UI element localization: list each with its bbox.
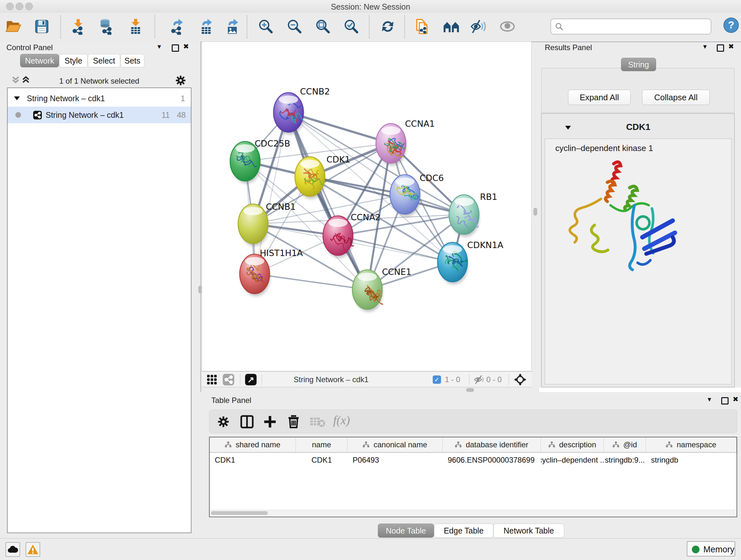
network-node-CDK1[interactable] <box>295 157 325 196</box>
tab-select[interactable]: Select <box>88 54 120 67</box>
network-edge-CCNB2-CCNE1[interactable] <box>288 112 367 290</box>
table-cell[interactable]: CDK1 <box>296 453 347 467</box>
column-header-canonical-name[interactable]: canonical name <box>347 437 443 453</box>
network-name-status: String Network – cdk1 <box>293 375 368 384</box>
table-panel-close-icon[interactable]: ✖ <box>732 396 739 403</box>
expand-triangle-icon[interactable] <box>14 97 20 100</box>
title-bar: Session: New Session <box>0 0 741 13</box>
delete-table-icon[interactable] <box>310 416 326 428</box>
results-panel-menu-icon[interactable]: ▾ <box>701 43 709 50</box>
hide-selected-icon[interactable] <box>469 17 487 36</box>
table-horizontal-scrollbar[interactable] <box>210 510 736 516</box>
cloud-services-button[interactable] <box>5 542 20 557</box>
help-button[interactable]: ? <box>723 17 739 33</box>
selected-checkbox-icon[interactable]: ✓ <box>433 375 441 384</box>
new-network-from-selection-icon[interactable] <box>413 17 431 36</box>
network-node-CCNE1[interactable] <box>352 270 383 309</box>
network-node-CCNA1[interactable] <box>376 124 406 163</box>
tab-network[interactable]: Network <box>20 54 59 67</box>
add-column-icon[interactable] <box>263 415 277 429</box>
tab-network-table[interactable]: Network Table <box>493 523 564 538</box>
table-cell[interactable]: stringdb:9... <box>604 453 646 467</box>
vertical-splitter-handle[interactable] <box>534 208 537 215</box>
tab-edge-table[interactable]: Edge Table <box>434 523 493 538</box>
network-share-icon[interactable] <box>223 374 234 385</box>
tab-style[interactable]: Style <box>59 54 88 67</box>
network-edge-HIST1H1A-CCNE1[interactable] <box>255 274 367 290</box>
fit-selected-crosshair-icon[interactable] <box>514 373 527 386</box>
network-edge-CCNA2-CDKN1A[interactable] <box>338 236 453 262</box>
export-network-icon[interactable] <box>168 17 186 36</box>
import-table-from-file-icon[interactable] <box>127 17 145 36</box>
export-table-icon[interactable] <box>197 17 215 36</box>
network-node-CDKN1A[interactable] <box>437 242 468 282</box>
delete-column-icon[interactable] <box>286 414 300 429</box>
column-header-description[interactable]: description <box>541 437 604 453</box>
network-canvas[interactable]: CCNB2CCNA1CDC25BCDK1CDC6RB1CCNB1CCNA2CDK… <box>202 42 532 371</box>
table-cell[interactable]: P06493 <box>347 453 443 467</box>
table-cell[interactable]: CDK1 <box>210 453 296 467</box>
separator <box>469 374 469 385</box>
save-session-icon[interactable] <box>33 17 51 36</box>
network-node-CCNB2[interactable] <box>273 92 304 132</box>
network-edge-CCNB2-CCNA1[interactable] <box>288 112 391 143</box>
window-title: Session: New Session <box>0 2 741 11</box>
zoom-selected-icon[interactable] <box>342 17 360 36</box>
app-status-bar: Memory <box>0 538 741 560</box>
table-cell[interactable]: cyclin–dependent ... <box>541 453 604 467</box>
scrollbar-thumb[interactable] <box>211 511 268 515</box>
network-node-CDC6[interactable] <box>390 175 420 214</box>
protein-result-card: CDK1 cyclin–dependent kinase 1 <box>541 113 735 387</box>
hidden-eye-slash-icon[interactable] <box>474 375 484 384</box>
refresh-icon[interactable] <box>379 17 397 36</box>
network-node-RB1[interactable] <box>449 195 479 234</box>
results-panel-float-icon[interactable] <box>717 44 724 52</box>
tab-node-table[interactable]: Node Table <box>378 523 434 538</box>
column-header--id[interactable]: @id <box>604 437 646 453</box>
results-panel-close-icon[interactable]: ✖ <box>728 43 735 50</box>
zoom-out-icon[interactable] <box>286 17 304 36</box>
expand-all-button[interactable]: Expand All <box>568 90 630 105</box>
open-session-icon[interactable] <box>4 17 22 36</box>
export-image-icon[interactable] <box>223 17 241 36</box>
network-options-gear-icon[interactable] <box>175 75 186 86</box>
table-panel-menu-icon[interactable]: ▾ <box>706 396 713 403</box>
control-panel-close-icon[interactable]: ✖ <box>183 43 190 50</box>
table-panel-float-icon[interactable] <box>721 397 729 405</box>
show-graphics-details-icon[interactable] <box>498 17 516 36</box>
show-columns-icon[interactable] <box>240 415 254 429</box>
table-cell[interactable]: 9606.ENSP00000378699 <box>443 453 541 467</box>
zoom-in-icon[interactable] <box>257 17 275 36</box>
collapse-all-button[interactable]: Collapse All <box>642 90 710 105</box>
protein-detail-box: cyclin–dependent kinase 1 <box>545 138 732 384</box>
table-settings-gear-icon[interactable] <box>217 415 230 428</box>
column-header-name[interactable]: name <box>296 437 347 453</box>
search-input[interactable] <box>566 20 708 32</box>
grid-view-icon[interactable] <box>207 374 217 385</box>
import-network-from-database-icon[interactable] <box>97 17 115 36</box>
control-panel-menu-icon[interactable]: ▾ <box>156 43 163 50</box>
tab-sets[interactable]: Sets <box>120 54 145 67</box>
network-tree-row[interactable]: String Network – cdk1 11 48 <box>8 107 191 123</box>
tab-string[interactable]: String <box>621 58 656 71</box>
open-in-window-icon[interactable]: ↗ <box>245 374 257 385</box>
node-label-CDC6: CDC6 <box>420 173 444 183</box>
import-network-from-file-icon[interactable] <box>69 17 87 36</box>
horizontal-splitter-handle[interactable] <box>466 388 474 392</box>
network-node-CCNA2[interactable] <box>323 216 354 255</box>
zoom-fit-content-icon[interactable] <box>314 17 332 36</box>
column-header-shared-name[interactable]: shared name <box>210 437 296 453</box>
table-cell[interactable]: stringdb <box>646 453 737 467</box>
network-node-HIST1H1A[interactable] <box>240 254 270 294</box>
toolbar-separator <box>369 15 369 38</box>
memory-button[interactable]: Memory <box>687 541 735 557</box>
column-header-namespace[interactable]: namespace <box>646 437 737 453</box>
warnings-button[interactable] <box>25 542 40 557</box>
node-label-CDC25B: CDC25B <box>255 138 290 148</box>
control-panel-float-icon[interactable] <box>172 44 179 52</box>
apply-function-icon[interactable]: f(x) <box>333 413 350 427</box>
column-header-database-identifier[interactable]: database identifier <box>443 437 541 453</box>
network-node-CCNB1[interactable] <box>238 204 268 244</box>
network-tree-row[interactable]: String Network – cdk1 1 <box>8 90 191 107</box>
first-neighbors-icon[interactable] <box>442 17 460 36</box>
